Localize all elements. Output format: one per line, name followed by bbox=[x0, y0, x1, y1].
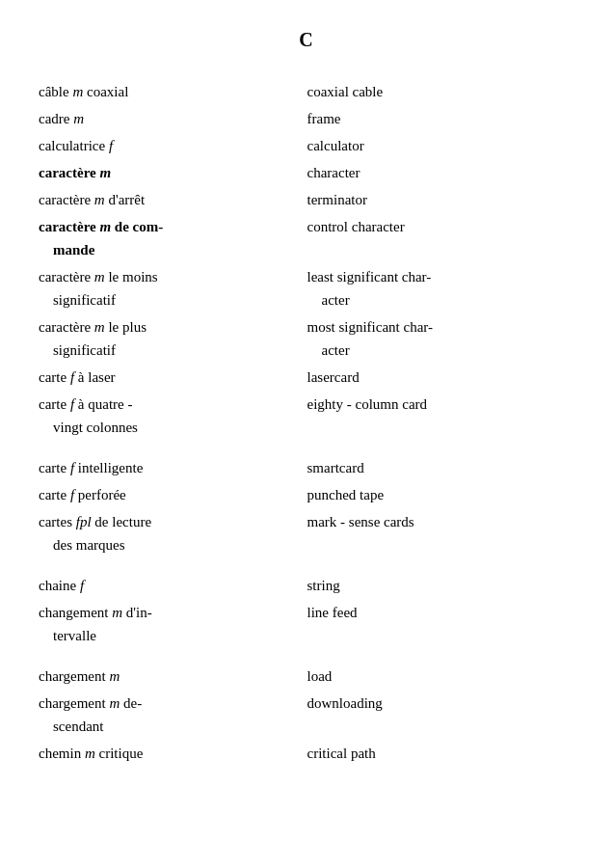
english-term: lasercard bbox=[307, 364, 576, 391]
french-term: carte f à laser bbox=[39, 364, 307, 391]
table-row: carte f perforéepunched tape bbox=[39, 481, 575, 508]
french-term: chargement m de- scendant bbox=[39, 690, 307, 740]
french-term: câble m coaxial bbox=[39, 78, 307, 105]
french-term: caractère m bbox=[39, 159, 307, 186]
english-term: control character bbox=[307, 213, 576, 263]
table-row: caractère m le moins significatifleast s… bbox=[39, 263, 575, 313]
table-row: changement m d'in- tervalleline feed bbox=[39, 599, 575, 649]
french-term: caractère m le plus significatif bbox=[39, 313, 307, 364]
english-term: calculator bbox=[307, 132, 576, 159]
table-row: cadre mframe bbox=[39, 105, 575, 132]
table-row: chaine fstring bbox=[39, 572, 575, 599]
table-row: calculatrice fcalculator bbox=[39, 132, 575, 159]
english-term: punched tape bbox=[307, 481, 576, 508]
french-term: chemin m critique bbox=[39, 740, 307, 767]
french-term: carte f perforée bbox=[39, 481, 307, 508]
french-term: chargement m bbox=[39, 663, 307, 690]
page-header: C bbox=[39, 29, 575, 51]
english-term: character bbox=[307, 159, 576, 186]
table-row: chargement m de- scendantdownloading bbox=[39, 690, 575, 740]
table-row: chemin m critiquecritical path bbox=[39, 740, 575, 767]
french-term: caractère m d'arrêt bbox=[39, 186, 307, 213]
french-term: changement m d'in- tervalle bbox=[39, 599, 307, 649]
table-row: chargement mload bbox=[39, 663, 575, 690]
english-term: mark - sense cards bbox=[307, 508, 576, 558]
french-term: cartes fpl de lecture des marques bbox=[39, 508, 307, 558]
table-row: caractère m le plus significatifmost sig… bbox=[39, 313, 575, 364]
english-term: load bbox=[307, 663, 576, 690]
dictionary-table: câble m coaxialcoaxial cablecadre mframe… bbox=[39, 78, 575, 767]
english-term: most significant char- acter bbox=[307, 313, 576, 364]
english-term: line feed bbox=[307, 599, 576, 649]
table-row: carte f à quatre - vingt colonneseighty … bbox=[39, 391, 575, 441]
table-row: caractère m d'arrêtterminator bbox=[39, 186, 575, 213]
spacer-row bbox=[39, 558, 575, 572]
table-row: carte f intelligentesmartcard bbox=[39, 454, 575, 481]
english-term: smartcard bbox=[307, 454, 576, 481]
english-term: coaxial cable bbox=[307, 78, 576, 105]
french-term: carte f intelligente bbox=[39, 454, 307, 481]
table-row: câble m coaxialcoaxial cable bbox=[39, 78, 575, 105]
english-term: downloading bbox=[307, 690, 576, 740]
french-term: caractère m le moins significatif bbox=[39, 263, 307, 313]
table-row: caractère m de com- mandecontrol charact… bbox=[39, 213, 575, 263]
table-row: cartes fpl de lecture des marquesmark - … bbox=[39, 508, 575, 558]
french-term: caractère m de com- mande bbox=[39, 213, 307, 263]
french-term: carte f à quatre - vingt colonnes bbox=[39, 391, 307, 441]
english-term: string bbox=[307, 572, 576, 599]
spacer-row bbox=[39, 441, 575, 454]
english-term: frame bbox=[307, 105, 576, 132]
section-letter: C bbox=[299, 29, 314, 50]
table-row: carte f à laserlasercard bbox=[39, 364, 575, 391]
english-term: terminator bbox=[307, 186, 576, 213]
english-term: critical path bbox=[307, 740, 576, 767]
spacer-row bbox=[39, 649, 575, 663]
english-term: eighty - column card bbox=[307, 391, 576, 441]
french-term: calculatrice f bbox=[39, 132, 307, 159]
english-term: least significant char- acter bbox=[307, 263, 576, 313]
french-term: cadre m bbox=[39, 105, 307, 132]
table-row: caractère mcharacter bbox=[39, 159, 575, 186]
french-term: chaine f bbox=[39, 572, 307, 599]
